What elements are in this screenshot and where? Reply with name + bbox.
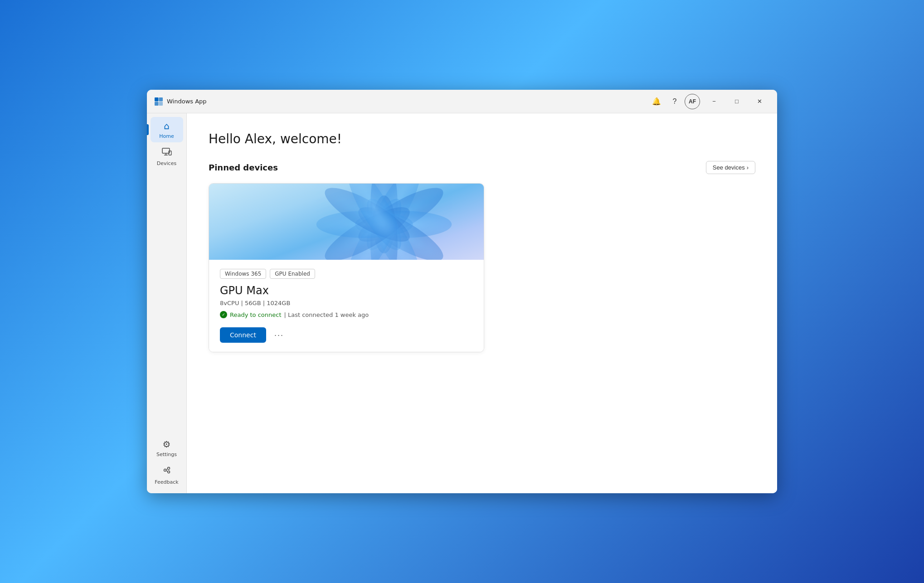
device-tags: Windows 365 GPU Enabled: [220, 269, 473, 279]
app-logo-icon: [154, 97, 163, 106]
svg-line-12: [166, 471, 168, 471]
sidebar-settings-label: Settings: [156, 452, 177, 457]
more-options-button[interactable]: ···: [271, 329, 287, 342]
close-icon: ✕: [757, 98, 762, 105]
main-content: Hello Alex, welcome! Pinned devices See …: [187, 113, 777, 493]
svg-rect-2: [155, 102, 159, 106]
svg-point-9: [167, 467, 170, 470]
chevron-right-icon: ›: [747, 164, 749, 171]
minimize-button[interactable]: −: [704, 93, 725, 110]
title-bar: Windows App 🔔 ? AF − □ ✕: [147, 90, 777, 113]
sidebar-item-home[interactable]: ⌂ Home: [151, 117, 183, 142]
device-actions: Connect ···: [220, 327, 473, 343]
device-status: Ready to connect | Last connected 1 week…: [220, 311, 473, 318]
connect-button[interactable]: Connect: [220, 327, 266, 343]
minimize-icon: −: [712, 98, 716, 105]
sidebar-feedback-label: Feedback: [155, 479, 178, 485]
svg-rect-1: [159, 97, 163, 102]
help-button[interactable]: ?: [666, 93, 683, 110]
device-specs: 8vCPU | 56GB | 1024GB: [220, 300, 473, 306]
device-card-hero: [209, 184, 484, 260]
tag-gpu-enabled: GPU Enabled: [270, 269, 315, 279]
svg-rect-3: [159, 102, 163, 106]
windows-bloom-icon: [311, 184, 457, 260]
app-body: ⌂ Home Devices ⚙ Settings: [147, 113, 777, 493]
devices-icon: [162, 147, 172, 159]
status-ready-text: Ready to connect: [230, 311, 282, 318]
svg-rect-0: [155, 97, 159, 102]
home-icon: ⌂: [164, 121, 170, 131]
status-ready-icon: [220, 311, 227, 318]
svg-line-11: [166, 469, 168, 470]
maximize-button[interactable]: □: [726, 93, 747, 110]
close-button[interactable]: ✕: [749, 93, 770, 110]
app-window: Windows App 🔔 ? AF − □ ✕: [147, 90, 777, 493]
avatar-initials: AF: [689, 98, 696, 105]
settings-icon: ⚙: [163, 439, 171, 450]
sidebar: ⌂ Home Devices ⚙ Settings: [147, 113, 187, 493]
sidebar-item-devices[interactable]: Devices: [151, 144, 183, 170]
device-card-body: Windows 365 GPU Enabled GPU Max 8vCPU | …: [209, 260, 484, 352]
help-icon: ?: [673, 97, 677, 106]
app-title: Windows App: [167, 98, 207, 105]
device-card: Windows 365 GPU Enabled GPU Max 8vCPU | …: [209, 183, 484, 352]
see-devices-button[interactable]: See devices ›: [706, 161, 755, 174]
pinned-devices-title: Pinned devices: [209, 163, 278, 172]
welcome-heading: Hello Alex, welcome!: [209, 131, 755, 146]
svg-point-10: [167, 471, 170, 473]
tag-windows365: Windows 365: [220, 269, 266, 279]
see-devices-label: See devices: [713, 164, 745, 171]
sidebar-devices-label: Devices: [157, 160, 176, 166]
avatar-button[interactable]: AF: [685, 94, 700, 109]
notification-button[interactable]: 🔔: [648, 93, 665, 110]
sidebar-home-label: Home: [159, 133, 174, 139]
sidebar-item-settings[interactable]: ⚙ Settings: [151, 435, 183, 461]
title-bar-left: Windows App: [154, 97, 648, 106]
maximize-icon: □: [735, 98, 739, 105]
svg-point-8: [164, 469, 166, 471]
feedback-icon: [162, 465, 172, 477]
status-suffix: | Last connected 1 week ago: [284, 311, 369, 318]
title-bar-right: 🔔 ? AF − □ ✕: [648, 93, 770, 110]
device-name: GPU Max: [220, 284, 473, 297]
sidebar-item-feedback[interactable]: Feedback: [151, 462, 183, 488]
bell-icon: 🔔: [652, 97, 661, 106]
section-header: Pinned devices See devices ›: [209, 161, 755, 174]
